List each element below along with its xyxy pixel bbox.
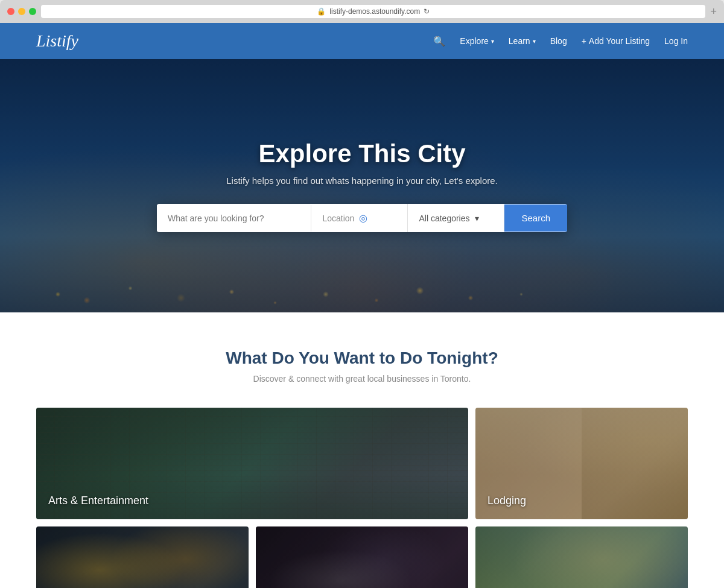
site-logo[interactable]: Listify <box>36 31 78 51</box>
category-card-restaurants[interactable]: Restaurants <box>36 526 249 588</box>
category-card-outdoors[interactable]: Outdoors <box>475 526 688 588</box>
learn-nav-item[interactable]: Learn ▾ <box>509 36 536 46</box>
category-overlay-nightlife <box>256 526 468 588</box>
browser-window: 🔒 listify-demos.astoundify.com ↻ + <box>0 0 724 23</box>
explore-nav-item[interactable]: Explore ▾ <box>460 36 494 46</box>
search-bar: Location ◎ All categories ▾ Search <box>157 204 567 232</box>
hero-subtitle: Listify helps you find out whats happeni… <box>226 175 498 186</box>
hero-section: Explore This City Listify helps you find… <box>0 59 724 312</box>
category-label-arts: Arts & Entertainment <box>36 482 160 519</box>
categories-section: What Do You Want to Do Tonight? Discover… <box>0 312 724 588</box>
section-subtitle: Discover & connect with great local busi… <box>36 374 688 384</box>
lock-icon: 🔒 <box>317 7 326 16</box>
login-button[interactable]: Log In <box>664 36 688 46</box>
site-header: Listify 🔍 Explore ▾ Learn ▾ Blog + Add Y… <box>0 23 724 59</box>
hero-content: Explore This City Listify helps you find… <box>226 139 498 186</box>
category-card-nightlife[interactable]: Nightlife <box>256 526 468 588</box>
section-title: What Do You Want to Do Tonight? <box>36 349 688 368</box>
url-text: listify-demos.astoundify.com <box>329 7 420 16</box>
explore-label: Explore <box>460 36 488 46</box>
category-card-lodging[interactable]: Lodging <box>475 408 688 519</box>
plus-icon: + <box>582 36 586 46</box>
add-listing-button[interactable]: + Add Your Listing <box>582 36 650 46</box>
reload-icon[interactable]: ↻ <box>424 7 430 16</box>
browser-controls <box>7 8 36 15</box>
categories-dropdown[interactable]: All categories ▾ <box>408 205 504 232</box>
hero-title: Explore This City <box>226 139 498 168</box>
site-wrapper: Listify 🔍 Explore ▾ Learn ▾ Blog + Add Y… <box>0 23 724 588</box>
search-icon[interactable]: 🔍 <box>433 36 445 47</box>
categories-label: All categories <box>419 213 469 223</box>
explore-chevron-icon: ▾ <box>491 38 494 45</box>
category-grid: Arts & Entertainment Lodging Restaurants… <box>36 408 688 588</box>
blog-nav-item[interactable]: Blog <box>550 36 567 46</box>
main-nav: 🔍 Explore ▾ Learn ▾ Blog + Add Your List… <box>433 36 688 47</box>
search-input[interactable] <box>157 205 311 232</box>
add-listing-label: Add Your Listing <box>589 36 650 46</box>
location-field[interactable]: Location ◎ <box>311 204 408 232</box>
minimize-button[interactable] <box>18 8 25 15</box>
address-bar[interactable]: 🔒 listify-demos.astoundify.com ↻ <box>41 5 705 18</box>
maximize-button[interactable] <box>29 8 36 15</box>
learn-label: Learn <box>509 36 530 46</box>
hero-overlay <box>0 59 724 312</box>
search-button[interactable]: Search <box>504 204 567 232</box>
category-overlay-restaurants <box>36 526 249 588</box>
new-tab-button[interactable]: + <box>710 5 717 18</box>
categories-chevron-icon: ▾ <box>475 213 479 223</box>
category-overlay-outdoors <box>475 526 688 588</box>
learn-chevron-icon: ▾ <box>533 38 536 45</box>
close-button[interactable] <box>7 8 14 15</box>
category-label-lodging: Lodging <box>475 482 538 519</box>
location-text: Location <box>322 213 354 223</box>
location-icon: ◎ <box>359 212 367 224</box>
category-card-arts[interactable]: Arts & Entertainment <box>36 408 468 519</box>
